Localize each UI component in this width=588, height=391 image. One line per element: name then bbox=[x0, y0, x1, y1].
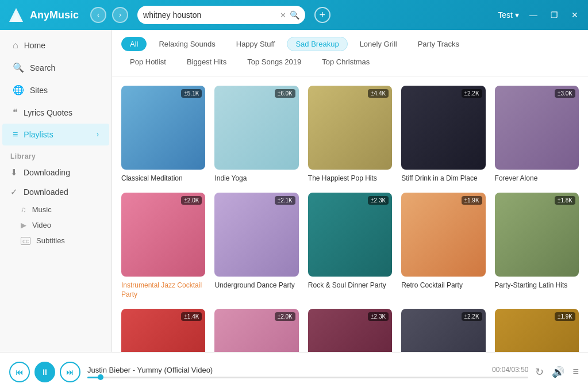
playlist-card[interactable]: ±1.9KRetro Cocktail Party bbox=[401, 193, 485, 300]
add-button[interactable]: + bbox=[314, 7, 330, 23]
logo-area: AnyMusic bbox=[7, 6, 79, 24]
sidebar-item-label: Home bbox=[24, 41, 45, 50]
sidebar-item-label: Playlists bbox=[24, 130, 53, 139]
search-icon: 🔍 bbox=[290, 10, 299, 20]
playlist-card[interactable]: ±5.1KClassical Meditation bbox=[121, 86, 205, 183]
playlist-card[interactable]: ±2.3KOne is the Loneliest Number bbox=[308, 309, 392, 352]
count-badge: ±1.8K bbox=[555, 196, 575, 205]
count-badge: ±1.4K bbox=[181, 312, 202, 321]
prev-button[interactable]: ⏮ bbox=[9, 362, 30, 382]
count-badge: ±2.1K bbox=[275, 196, 295, 205]
playlist-card[interactable]: ±3.0KForever Alone bbox=[495, 86, 579, 183]
library-label: Library bbox=[0, 145, 112, 163]
player-info: Justin Bieber - Yummy (Official Video) 0… bbox=[87, 366, 528, 378]
sub-item-video[interactable]: ▶ Video bbox=[0, 217, 112, 233]
library-item-label: Downloaded bbox=[24, 187, 68, 197]
sidebar-item-home[interactable]: ⌂ Home bbox=[2, 34, 109, 56]
playlist-name: Stiff Drink in a Dim Place bbox=[401, 174, 485, 183]
filter-chip-christmas[interactable]: Top Christmas bbox=[313, 55, 378, 69]
main-layout: ⌂ Home 🔍 Search 🌐 Sites ❝ Lyrics Quotes … bbox=[0, 30, 588, 352]
library-item-downloaded[interactable]: ✓ Downloaded bbox=[0, 182, 112, 202]
count-badge: ±4.4K bbox=[368, 89, 389, 98]
search-input[interactable] bbox=[143, 10, 276, 20]
playlist-card[interactable]: ±2.2KStiff Drink in a Dim Place bbox=[401, 86, 485, 183]
playlist-name: Indie Yoga bbox=[214, 174, 298, 183]
filter-chip-party[interactable]: Party Tracks bbox=[409, 37, 468, 51]
playlist-card[interactable]: ±4.4KThe Happiest Pop Hits bbox=[308, 86, 392, 183]
playlist-card[interactable]: ±2.2KAnother Lonely Night bbox=[401, 309, 485, 352]
playlist-grid: ±5.1KClassical Meditation±6.0KIndie Yoga… bbox=[112, 76, 588, 352]
filter-bar: AllRelaxing SoundsHappy StuffSad Breakup… bbox=[112, 30, 588, 76]
check-icon: ✓ bbox=[10, 187, 18, 197]
filter-chip-lonely[interactable]: Lonely Grill bbox=[351, 37, 406, 51]
lyrics-icon: ❝ bbox=[13, 107, 18, 118]
count-badge: ±2.0K bbox=[181, 196, 202, 205]
minimize-button[interactable]: — bbox=[527, 9, 540, 21]
globe-icon: 🌐 bbox=[13, 85, 24, 95]
playlist-card[interactable]: ±6.0KIndie Yoga bbox=[214, 86, 298, 183]
next-button[interactable]: ⏭ bbox=[60, 362, 80, 382]
count-badge: ±5.1K bbox=[181, 89, 202, 98]
progress-bar[interactable] bbox=[87, 377, 528, 378]
forward-button[interactable]: › bbox=[112, 7, 128, 23]
playlist-card[interactable]: ±2.0KFamily Approved Reggaeton Party bbox=[214, 309, 298, 352]
count-badge: ±6.0K bbox=[275, 89, 295, 98]
progress-dot bbox=[98, 374, 103, 380]
playlist-name: Rock & Soul Dinner Party bbox=[308, 281, 392, 290]
count-badge: ±1.9K bbox=[555, 312, 575, 321]
volume-icon[interactable]: 🔊 bbox=[552, 366, 564, 378]
app-name: AnyMusic bbox=[30, 9, 79, 21]
player-time: 00:04/03:50 bbox=[492, 366, 528, 374]
search-icon: 🔍 bbox=[13, 62, 24, 73]
sidebar-item-lyrics[interactable]: ❝ Lyrics Quotes bbox=[2, 101, 109, 124]
filter-chip-pop[interactable]: Pop Hotlist bbox=[121, 55, 175, 69]
sidebar-item-search[interactable]: 🔍 Search bbox=[2, 56, 109, 79]
player-title: Justin Bieber - Yummy (Official Video) bbox=[87, 366, 213, 374]
video-icon: ▶ bbox=[21, 221, 26, 229]
playlist-name: Party-Starting Latin Hits bbox=[495, 281, 579, 290]
player-bar: ⏮ ⏸ ⏭ Justin Bieber - Yummy (Official Vi… bbox=[0, 352, 588, 391]
playlist-name: Forever Alone bbox=[495, 174, 579, 183]
playlist-name: Instrumental Jazz Cocktail Party bbox=[121, 281, 205, 299]
filter-chip-happy[interactable]: Happy Stuff bbox=[228, 37, 284, 51]
pause-button[interactable]: ⏸ bbox=[34, 362, 55, 382]
sidebar-item-label: Search bbox=[30, 63, 55, 72]
app-logo bbox=[7, 6, 25, 24]
chevron-right-icon: › bbox=[97, 131, 99, 139]
repeat-icon[interactable]: ↻ bbox=[535, 366, 544, 378]
count-badge: ±2.3K bbox=[368, 196, 389, 205]
filter-chip-biggest[interactable]: Biggest Hits bbox=[178, 55, 235, 69]
filter-chip-relaxing[interactable]: Relaxing Sounds bbox=[150, 37, 224, 51]
subtitles-icon: cc bbox=[21, 237, 30, 245]
library-item-downloading[interactable]: ⬇ Downloading bbox=[0, 163, 112, 182]
back-button[interactable]: ‹ bbox=[90, 7, 106, 23]
playlist-card[interactable]: ±1.9KMidnight Melancholy bbox=[495, 309, 579, 352]
sub-item-label: Music bbox=[32, 205, 52, 214]
playlist-card[interactable]: ±1.8KParty-Starting Latin Hits bbox=[495, 193, 579, 300]
queue-icon[interactable]: ≡ bbox=[572, 366, 579, 378]
filter-chip-all[interactable]: All bbox=[121, 37, 147, 51]
search-bar: ✕ 🔍 bbox=[137, 6, 305, 24]
user-menu[interactable]: Test ▾ bbox=[498, 10, 519, 20]
sub-item-music[interactable]: ♫ Music bbox=[0, 202, 112, 217]
count-badge: ±2.3K bbox=[368, 312, 389, 321]
sidebar-item-sites[interactable]: 🌐 Sites bbox=[2, 79, 109, 101]
playlist-card[interactable]: ±2.1KUnderground Dance Party bbox=[214, 193, 298, 300]
sub-item-subtitles[interactable]: cc Subtitles bbox=[0, 233, 112, 248]
playlist-card[interactable]: ±2.3KRock & Soul Dinner Party bbox=[308, 193, 392, 300]
search-clear-button[interactable]: ✕ bbox=[280, 11, 286, 20]
filter-chip-sad[interactable]: Sad Breakup bbox=[287, 37, 347, 51]
sidebar: ⌂ Home 🔍 Search 🌐 Sites ❝ Lyrics Quotes … bbox=[0, 30, 112, 352]
filter-chip-topsongs[interactable]: Top Songs 2019 bbox=[239, 55, 310, 69]
playlist-card[interactable]: ±2.0KInstrumental Jazz Cocktail Party bbox=[121, 193, 205, 300]
playlist-card[interactable]: ±1.4KPunk Party bbox=[121, 309, 205, 352]
maximize-button[interactable]: ❐ bbox=[548, 9, 560, 21]
close-button[interactable]: ✕ bbox=[568, 9, 581, 21]
count-badge: ±2.2K bbox=[462, 312, 482, 321]
sub-item-label: Video bbox=[32, 221, 51, 229]
player-actions: ↻ 🔊 ≡ bbox=[535, 366, 579, 378]
sidebar-item-playlists[interactable]: ≡ Playlists › bbox=[2, 124, 109, 145]
count-badge: ±2.0K bbox=[275, 312, 295, 321]
playlists-icon: ≡ bbox=[13, 129, 18, 140]
count-badge: ±2.2K bbox=[462, 89, 482, 98]
